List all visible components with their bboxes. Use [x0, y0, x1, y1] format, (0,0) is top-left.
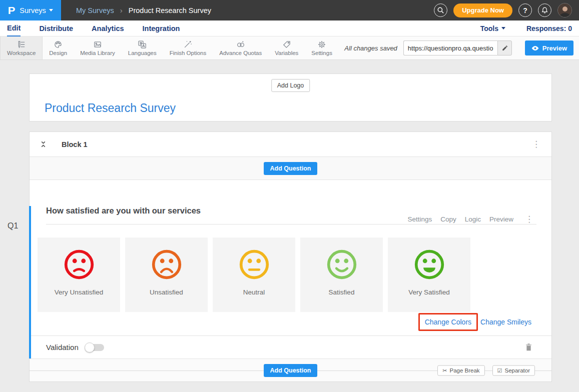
workspace-icon	[17, 40, 26, 49]
delete-question-button[interactable]	[525, 343, 532, 352]
toolbar-label: Finish Options	[170, 50, 207, 56]
top-navbar: P Surveys My Surveys › Product Research …	[0, 0, 579, 20]
toolbar-label: Design	[49, 50, 67, 56]
smiley-option[interactable]: Very Satisfied	[388, 238, 470, 312]
help-button[interactable]: ?	[518, 4, 532, 17]
breadcrumb: My Surveys › Product Research Survey	[76, 6, 211, 14]
block-footer-strip: Add Question ✂ Page Break ☑ Separator	[30, 358, 551, 382]
app-logo-area[interactable]: P Surveys	[0, 0, 61, 20]
smiley-options-row: Very Unsatisfied Unsatisfied Neutral Sat…	[38, 238, 536, 312]
change-smileys-link[interactable]: Change Smileys	[480, 318, 531, 326]
question-card: Settings Copy Logic Preview ⋮ How satisf…	[29, 206, 551, 358]
topbar-actions: Upgrade Now ?	[434, 3, 579, 18]
page-break-button[interactable]: ✂ Page Break	[437, 365, 484, 376]
responses-count[interactable]: Responses: 0	[526, 24, 572, 32]
toolbar-label: Variables	[275, 50, 298, 56]
upgrade-now-button[interactable]: Upgrade Now	[453, 4, 512, 18]
surveys-product-menu[interactable]: Surveys	[20, 6, 53, 14]
add-question-button-top[interactable]: Add Question	[264, 162, 318, 175]
collapse-block-button[interactable]	[40, 140, 47, 148]
tab-edit[interactable]: Edit	[7, 20, 21, 36]
smiley-option[interactable]: Very Unsatisfied	[38, 238, 120, 312]
tab-integration[interactable]: Integration	[143, 20, 180, 36]
edit-url-button[interactable]	[497, 40, 512, 56]
tools-menu[interactable]: Tools	[480, 24, 505, 32]
smiley-option[interactable]: Neutral	[213, 238, 295, 312]
smiley-option-label: Very Unsatisfied	[55, 288, 104, 296]
survey-url-group	[403, 40, 512, 56]
toolbar-label: Advance Quotas	[219, 50, 262, 56]
question-settings-link[interactable]: Settings	[407, 216, 432, 223]
media-library-icon	[93, 40, 102, 49]
smiley-icon	[150, 248, 183, 281]
toolbar-item-languages[interactable]: Languages	[122, 36, 163, 60]
toolbar-item-media-library[interactable]: Media Library	[74, 36, 122, 60]
toolbar-label: Languages	[128, 50, 157, 56]
survey-url-input[interactable]	[403, 40, 497, 56]
search-button[interactable]	[434, 4, 447, 17]
add-question-strip-top: Add Question	[30, 157, 551, 180]
toolbar-item-workspace[interactable]: Workspace	[0, 36, 43, 60]
breadcrumb-separator: ›	[120, 6, 123, 14]
trash-icon	[525, 343, 532, 352]
survey-canvas: Q1 Add Logo Product Research Survey Bloc…	[0, 74, 579, 392]
questionpro-logo: P	[8, 4, 16, 16]
smiley-icon	[413, 248, 446, 281]
preview-label: Preview	[542, 44, 567, 52]
breadcrumb-current-survey: Product Research Survey	[129, 6, 211, 14]
variables-icon	[282, 40, 291, 49]
question-copy-link[interactable]: Copy	[440, 216, 456, 223]
eye-icon	[531, 46, 539, 51]
validation-row: Validation	[31, 336, 551, 358]
block-title[interactable]: Block 1	[62, 140, 88, 148]
change-colors-link[interactable]: Change Colors	[425, 318, 471, 326]
advance-quotas-icon	[236, 40, 245, 49]
block-menu-button[interactable]: ⋮	[529, 140, 543, 148]
smiley-option-label: Very Satisfied	[408, 288, 450, 296]
toolbar-item-advance-quotas[interactable]: Advance Quotas	[213, 36, 268, 60]
smiley-option[interactable]: Unsatisfied	[125, 238, 208, 312]
breadcrumb-my-surveys[interactable]: My Surveys	[76, 6, 114, 14]
add-question-button-bottom[interactable]: Add Question	[264, 364, 318, 377]
change-colors-highlight-box: Change Colors	[418, 313, 478, 331]
question-logic-link[interactable]: Logic	[465, 216, 481, 223]
tools-label: Tools	[480, 24, 498, 32]
question-number-label: Q1	[8, 222, 18, 230]
smiley-option-label: Satisfied	[329, 288, 355, 296]
settings-icon	[317, 40, 326, 49]
finish-options-icon	[183, 40, 192, 49]
subnav-right: Tools Responses: 0	[480, 24, 572, 32]
bell-icon	[541, 6, 548, 14]
validation-toggle[interactable]	[86, 344, 104, 351]
question-links-row: Change Colors Change Smileys	[31, 313, 551, 331]
tab-distribute[interactable]: Distribute	[39, 20, 73, 36]
surveys-menu-label: Surveys	[20, 6, 46, 14]
search-icon	[437, 6, 444, 14]
pencil-icon	[501, 45, 508, 52]
toolbar-item-finish-options[interactable]: Finish Options	[163, 36, 213, 60]
languages-icon	[138, 40, 147, 49]
question-actions: Settings Copy Logic Preview ⋮	[407, 215, 536, 224]
question-menu-button[interactable]: ⋮	[522, 215, 536, 224]
question-preview-link[interactable]: Preview	[489, 216, 513, 223]
collapse-icon	[40, 140, 47, 148]
save-status-text: All changes saved	[344, 44, 397, 52]
preview-button[interactable]: Preview	[525, 40, 573, 56]
editor-toolbar: Workspace Design Media Library Languages…	[0, 36, 579, 60]
smiley-icon	[63, 248, 96, 281]
separator-button[interactable]: ☑ Separator	[492, 365, 535, 376]
user-avatar[interactable]	[557, 3, 572, 18]
toolbar-item-design[interactable]: Design	[43, 36, 74, 60]
add-logo-button[interactable]: Add Logo	[271, 79, 310, 92]
tab-analytics[interactable]: Analytics	[92, 20, 124, 36]
design-icon	[54, 40, 63, 49]
smiley-option[interactable]: Satisfied	[300, 238, 383, 312]
notifications-button[interactable]	[538, 4, 551, 17]
toolbar-item-settings[interactable]: Settings	[305, 36, 339, 60]
toolbar-label: Workspace	[7, 50, 36, 56]
smiley-icon	[238, 248, 271, 281]
page-break-label: Page Break	[450, 368, 480, 374]
toolbar-item-variables[interactable]: Variables	[268, 36, 305, 60]
footer-right-buttons: ✂ Page Break ☑ Separator	[437, 365, 535, 376]
survey-title[interactable]: Product Research Survey	[45, 102, 176, 115]
